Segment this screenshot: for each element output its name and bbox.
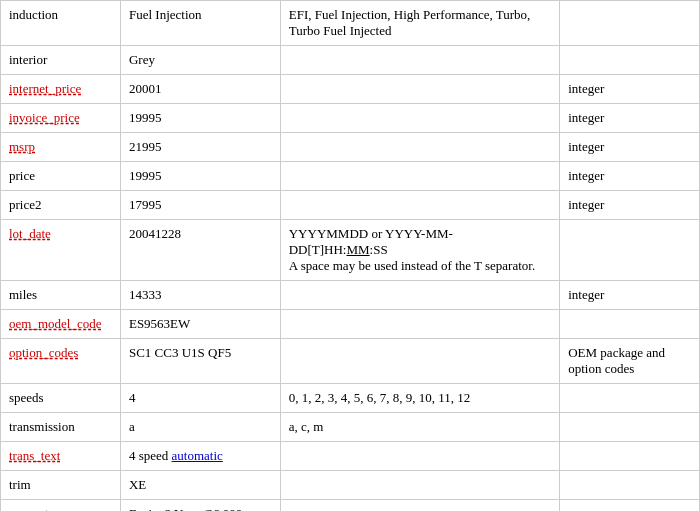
field-link[interactable]: invoice_price bbox=[9, 110, 80, 125]
field-type bbox=[560, 1, 700, 46]
table-row: price217995integer bbox=[1, 191, 700, 220]
field-name[interactable]: trans_text bbox=[1, 442, 121, 471]
field-type: integer bbox=[560, 191, 700, 220]
field-type: OEM package and option codes bbox=[560, 339, 700, 384]
table-row: invoice_price19995integer bbox=[1, 104, 700, 133]
field-notes bbox=[280, 310, 560, 339]
field-type bbox=[560, 46, 700, 75]
field-value: 21995 bbox=[120, 133, 280, 162]
field-value: 19995 bbox=[120, 162, 280, 191]
field-notes bbox=[280, 162, 560, 191]
field-name: induction bbox=[1, 1, 121, 46]
field-value: Basic: 3 Years/36,000 Miles bbox=[120, 500, 280, 512]
field-link[interactable]: option_codes bbox=[9, 345, 78, 360]
field-name[interactable]: invoice_price bbox=[1, 104, 121, 133]
field-value: 17995 bbox=[120, 191, 280, 220]
field-name: warranty bbox=[1, 500, 121, 512]
field-value: 20041228 bbox=[120, 220, 280, 281]
field-value: 19995 bbox=[120, 104, 280, 133]
field-name: speeds bbox=[1, 384, 121, 413]
data-table: inductionFuel InjectionEFI, Fuel Injecti… bbox=[0, 0, 700, 511]
field-type bbox=[560, 442, 700, 471]
field-type bbox=[560, 310, 700, 339]
field-link[interactable]: lot_date bbox=[9, 226, 51, 241]
field-type: integer bbox=[560, 133, 700, 162]
table-row: warrantyBasic: 3 Years/36,000 Miles bbox=[1, 500, 700, 512]
field-type bbox=[560, 471, 700, 500]
field-type: integer bbox=[560, 75, 700, 104]
table-row: trans_text4 speed automatic bbox=[1, 442, 700, 471]
table-row: inductionFuel InjectionEFI, Fuel Injecti… bbox=[1, 1, 700, 46]
field-value: XE bbox=[120, 471, 280, 500]
field-type bbox=[560, 384, 700, 413]
field-link[interactable]: msrp bbox=[9, 139, 35, 154]
field-value: 4 speed automatic bbox=[120, 442, 280, 471]
field-notes bbox=[280, 339, 560, 384]
field-notes bbox=[280, 500, 560, 512]
field-type: integer bbox=[560, 162, 700, 191]
field-type: integer bbox=[560, 104, 700, 133]
field-value: 20001 bbox=[120, 75, 280, 104]
field-notes bbox=[280, 46, 560, 75]
table-row: msrp21995integer bbox=[1, 133, 700, 162]
field-link[interactable]: trans_text bbox=[9, 448, 60, 463]
field-type bbox=[560, 220, 700, 281]
field-link[interactable]: oem_model_code bbox=[9, 316, 101, 331]
field-notes bbox=[280, 104, 560, 133]
field-link[interactable]: internet_price bbox=[9, 81, 81, 96]
field-value: Grey bbox=[120, 46, 280, 75]
field-notes bbox=[280, 281, 560, 310]
field-value: a bbox=[120, 413, 280, 442]
table-row: transmissionaa, c, m bbox=[1, 413, 700, 442]
field-notes: a, c, m bbox=[280, 413, 560, 442]
table-row: interiorGrey bbox=[1, 46, 700, 75]
field-type: integer bbox=[560, 281, 700, 310]
table-row: price19995integer bbox=[1, 162, 700, 191]
field-notes bbox=[280, 191, 560, 220]
table-row: speeds40, 1, 2, 3, 4, 5, 6, 7, 8, 9, 10,… bbox=[1, 384, 700, 413]
field-notes bbox=[280, 442, 560, 471]
field-value: 4 bbox=[120, 384, 280, 413]
field-name[interactable]: option_codes bbox=[1, 339, 121, 384]
field-name: interior bbox=[1, 46, 121, 75]
field-name[interactable]: oem_model_code bbox=[1, 310, 121, 339]
field-notes bbox=[280, 75, 560, 104]
field-value: ES9563EW bbox=[120, 310, 280, 339]
field-name: price2 bbox=[1, 191, 121, 220]
field-name: transmission bbox=[1, 413, 121, 442]
field-value: Fuel Injection bbox=[120, 1, 280, 46]
table-row: internet_price20001integer bbox=[1, 75, 700, 104]
field-name: price bbox=[1, 162, 121, 191]
field-name: miles bbox=[1, 281, 121, 310]
table-row: trimXE bbox=[1, 471, 700, 500]
field-name[interactable]: lot_date bbox=[1, 220, 121, 281]
table-row: oem_model_codeES9563EW bbox=[1, 310, 700, 339]
field-notes: YYYYMMDD or YYYY-MM-DD[T]HH:MM:SSA space… bbox=[280, 220, 560, 281]
field-notes: EFI, Fuel Injection, High Performance, T… bbox=[280, 1, 560, 46]
table-row: miles14333integer bbox=[1, 281, 700, 310]
table-row: lot_date20041228YYYYMMDD or YYYY-MM-DD[T… bbox=[1, 220, 700, 281]
field-notes bbox=[280, 471, 560, 500]
field-name[interactable]: internet_price bbox=[1, 75, 121, 104]
field-name[interactable]: msrp bbox=[1, 133, 121, 162]
field-name: trim bbox=[1, 471, 121, 500]
field-value: 14333 bbox=[120, 281, 280, 310]
field-notes: 0, 1, 2, 3, 4, 5, 6, 7, 8, 9, 10, 11, 12 bbox=[280, 384, 560, 413]
field-notes bbox=[280, 133, 560, 162]
trans-text-link[interactable]: automatic bbox=[172, 448, 223, 463]
field-type bbox=[560, 413, 700, 442]
field-type bbox=[560, 500, 700, 512]
table-row: option_codesSC1 CC3 U1S QF5OEM package a… bbox=[1, 339, 700, 384]
field-value: SC1 CC3 U1S QF5 bbox=[120, 339, 280, 384]
